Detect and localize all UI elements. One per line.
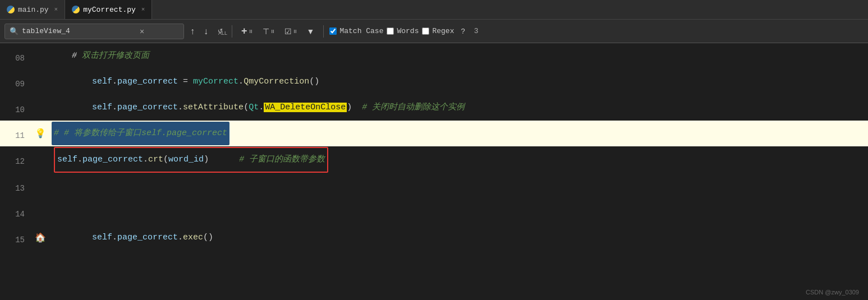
tab-main-py-label: main.py [18, 6, 49, 14]
nav-all-label: ↺ ALL [218, 27, 223, 35]
words-label[interactable]: Words [387, 27, 419, 35]
filter-icon: ▼ [307, 27, 315, 36]
code-line-15: 15 🏠 self.page_correct.exec() [0, 225, 868, 251]
code-content-08: # 双击打开修改页面 [47, 45, 868, 67]
nav-next-button[interactable]: ↓ [201, 25, 211, 38]
python-icon-2 [72, 6, 80, 13]
separator-1 [232, 25, 232, 38]
help-icon: ? [461, 27, 465, 35]
python-icon [7, 6, 15, 13]
add-rule-button[interactable]: +II [238, 24, 256, 39]
bar-icon: ⊤ [263, 27, 269, 36]
tab-mycorrect-py-label: myCorrect.py [83, 6, 136, 14]
editor: 08 # 双击打开修改页面 09 self.page_correct = myC… [0, 43, 868, 300]
plus-icon: + [241, 25, 247, 37]
words-checkbox[interactable] [387, 27, 394, 35]
words-text: Words [397, 27, 419, 35]
code-line-12: 12 self.page_correct.crt(word_id) # 子窗口的… [0, 146, 868, 173]
gutter-15: 🏠 [34, 232, 47, 243]
regex-label[interactable]: Regex [422, 27, 454, 35]
tab-main-py[interactable]: main.py × [0, 0, 65, 19]
line-number-12: 12 [0, 146, 34, 172]
nav-all-button[interactable]: ↺ ALL [214, 26, 226, 36]
code-content-15: self.page_correct.exec() [47, 227, 868, 248]
line-number-15: 15 [0, 225, 34, 251]
regex-checkbox[interactable] [422, 27, 429, 35]
code-content-10: self.page_correct.setAttribute(Qt.WA_Del… [47, 97, 868, 118]
search-input-wrap: 🔍 × [4, 24, 184, 39]
regex-text: Regex [432, 27, 454, 35]
line-number-09: 09 [0, 69, 34, 95]
toolbar-btn-3[interactable]: ☑II [281, 25, 300, 38]
code-content-12: self.page_correct.crt(word_id) # 子窗口的函数带… [47, 146, 868, 173]
code-line-14: 14 [0, 199, 868, 225]
code-line-08: 08 # 双击打开修改页面 [0, 43, 868, 69]
match-case-label[interactable]: Match Case [329, 27, 383, 35]
match-case-text: Match Case [339, 27, 383, 35]
code-line-11: 11 💡 # # 将参数传给子窗口self.page_correct [0, 121, 868, 146]
code-line-09: 09 self.page_correct = myCorrect.QmyCorr… [0, 69, 868, 95]
toolbar-btn-2[interactable]: ⊤II [259, 25, 278, 38]
help-button[interactable]: ? [457, 25, 468, 37]
match-case-checkbox[interactable] [329, 27, 337, 35]
code-content-11: # # 将参数传给子窗口self.page_correct [47, 122, 868, 145]
filter-button[interactable]: ▼ [304, 25, 318, 38]
code-area: 08 # 双击打开修改页面 09 self.page_correct = myC… [0, 43, 868, 300]
code-line-13: 13 [0, 173, 868, 199]
tab-mycorrect-py[interactable]: myCorrect.py × [65, 0, 152, 19]
nav-prev-button[interactable]: ↑ [187, 25, 198, 38]
tab-bar: main.py × myCorrect.py × [0, 0, 868, 20]
gutter-11: 💡 [34, 128, 47, 139]
code-content-09: self.page_correct = myCorrect.QmyCorrect… [47, 71, 868, 93]
check-icon: ☑ [284, 27, 292, 36]
search-clear-button[interactable]: × [137, 27, 146, 36]
line-number-11: 11 [0, 121, 34, 146]
code-line-10: 10 self.page_correct.setAttribute(Qt.WA_… [0, 95, 868, 121]
result-count: 3 [474, 27, 479, 35]
line-number-08: 08 [0, 43, 34, 69]
search-input[interactable] [22, 27, 134, 35]
line-number-10: 10 [0, 95, 34, 121]
tab-main-py-close[interactable]: × [54, 6, 58, 13]
all-label: ALL [218, 30, 227, 36]
tab-mycorrect-py-close[interactable]: × [141, 6, 145, 13]
search-icon: 🔍 [10, 27, 19, 36]
search-bar: 🔍 × ↑ ↓ ↺ ALL +II ⊤II ☑II ▼ Match Case W… [0, 20, 868, 43]
separator-2 [323, 25, 324, 38]
watermark: CSDN @zwy_0309 [806, 289, 859, 296]
line-number-13: 13 [0, 173, 34, 199]
line-number-14: 14 [0, 199, 34, 225]
